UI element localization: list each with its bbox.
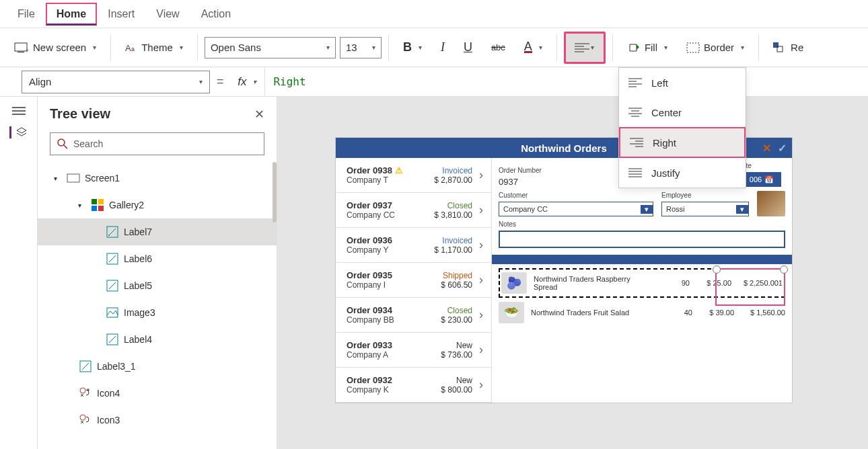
svg-text:+: + (26, 47, 29, 53)
property-select[interactable]: Align ▾ (22, 71, 210, 93)
tree-item-icon3[interactable]: Icon3 (38, 407, 277, 434)
fill-label: Fill (645, 42, 657, 53)
tree-item-label: Label4 (124, 334, 152, 345)
line-item[interactable]: 🥗 Northwind Traders Fruit Salad 40 $ 39.… (499, 298, 785, 327)
reorder-icon (773, 42, 787, 53)
search-placeholder: Search (73, 138, 103, 149)
menu-insert[interactable]: Insert (97, 3, 145, 26)
strikethrough-button[interactable]: abc (484, 38, 513, 57)
menu-bar: File Home Insert View Action (0, 0, 868, 28)
chevron-down-icon: ▾ (591, 44, 594, 51)
underline-button[interactable]: U (456, 36, 480, 59)
order-row[interactable]: Order 0933 Company A New$ 736.00 › (336, 333, 491, 368)
text-align-button[interactable]: ▾ (564, 32, 606, 64)
date-label: ate (742, 162, 785, 169)
reorder-button[interactable]: Re (766, 37, 811, 58)
tree-view-tab[interactable] (9, 126, 28, 138)
border-button[interactable]: Border ▾ (679, 37, 752, 58)
tree-search-input[interactable]: Search (50, 132, 264, 155)
unit-price: $ 39.00 (699, 309, 734, 317)
product-thumb: 🫐 (501, 272, 527, 294)
fx-button[interactable]: fx▾ (231, 75, 261, 89)
theme-label: Theme (141, 42, 173, 53)
date-input[interactable]: 006📅 (742, 172, 781, 187)
svg-text:A: A (125, 43, 131, 53)
align-option-right[interactable]: Right (619, 127, 746, 158)
tree-item-label: Screen1 (85, 173, 120, 183)
order-row[interactable]: Order 0932 Company K New$ 800.00 › (336, 368, 491, 403)
customer-select[interactable]: Company CC▾ (499, 202, 653, 216)
menu-home[interactable]: Home (46, 3, 97, 26)
svg-rect-21 (98, 206, 104, 211)
tree-item-screen1[interactable]: ▾ Screen1 (38, 165, 277, 192)
tree-item-label6[interactable]: Label6 (38, 245, 277, 272)
align-option-left[interactable]: Left (619, 68, 746, 97)
svg-line-16 (64, 145, 67, 149)
chevron-down-icon: ▾ (253, 78, 256, 85)
titlebar-cancel-icon[interactable]: ✕ (762, 142, 771, 155)
hamburger-icon[interactable] (12, 106, 26, 116)
theme-button[interactable]: Aa Theme ▾ (118, 37, 190, 58)
search-icon (57, 138, 68, 149)
order-row[interactable]: Order 0936 Company Y Invoiced$ 1,170.00 … (336, 228, 491, 263)
font-color-button[interactable]: A▾ (517, 37, 550, 58)
employee-select[interactable]: Rossi▾ (661, 202, 749, 216)
italic-button[interactable]: I (433, 36, 452, 59)
line-total: $ 2,250.001 (738, 279, 783, 287)
svg-line-31 (109, 336, 116, 343)
align-center-icon (628, 108, 642, 117)
tree-list: ▾ Screen1 ▾ Gallery2 Label7 Label6 Label… (38, 162, 277, 434)
gallery-icon (90, 198, 105, 212)
tree-item-label5[interactable]: Label5 (38, 272, 277, 299)
align-option-justify[interactable]: Justify (619, 158, 746, 188)
label-icon (78, 359, 93, 374)
bold-button[interactable]: B▾ (396, 36, 429, 59)
employee-avatar (757, 191, 785, 216)
tree-item-label3-1[interactable]: Label3_1 (38, 353, 277, 380)
screen-icon (66, 171, 81, 186)
tree-item-icon4[interactable]: Icon4 (38, 380, 277, 407)
label-icon (105, 251, 120, 266)
line-item[interactable]: 🫐 Northwind Traders Raspberry Spread 90 … (499, 268, 785, 298)
menu-file[interactable]: File (7, 3, 46, 26)
notes-input[interactable] (499, 231, 785, 248)
order-row[interactable]: Order 0938 ⚠Company T Invoiced$ 2,870.00… (336, 158, 491, 193)
new-screen-button[interactable]: + New screen ▾ (7, 37, 104, 58)
line-items: 🫐 Northwind Traders Raspberry Spread 90 … (499, 268, 785, 327)
svg-rect-29 (107, 308, 118, 317)
chevron-down-icon: ▾ (741, 44, 744, 51)
caret-icon: ▾ (54, 175, 62, 182)
border-label: Border (704, 42, 734, 53)
menu-action[interactable]: Action (190, 3, 242, 26)
tree-item-gallery2[interactable]: ▾ Gallery2 (38, 192, 277, 218)
chevron-right-icon: › (479, 203, 483, 217)
formula-input[interactable]: Right (264, 67, 305, 96)
chevron-right-icon: › (479, 168, 483, 182)
order-row[interactable]: Order 0937 Company CC Closed$ 3,810.00 › (336, 193, 491, 228)
scrollbar-thumb[interactable] (273, 162, 277, 222)
font-size-select[interactable]: 13 ▾ (340, 37, 382, 58)
tree-item-label: Label7 (124, 227, 152, 237)
chevron-down-icon: ▾ (199, 78, 203, 85)
font-size-value: 13 (346, 42, 357, 53)
tree-item-image3[interactable]: Image3 (38, 299, 277, 326)
label-icon (105, 225, 120, 239)
order-row[interactable]: Order 0934 Company BB Closed$ 230.00 › (336, 298, 491, 333)
align-option-center[interactable]: Center (619, 97, 746, 127)
label-icon (105, 332, 120, 347)
border-icon (686, 42, 700, 53)
titlebar-confirm-icon[interactable]: ✓ (778, 142, 787, 155)
tree-item-label4[interactable]: Label4 (38, 326, 277, 353)
menu-view[interactable]: View (145, 3, 190, 26)
order-list: Order 0938 ⚠Company T Invoiced$ 2,870.00… (336, 158, 492, 403)
tree-item-label7[interactable]: Label7 (38, 218, 277, 245)
fill-button[interactable]: Fill ▾ (620, 37, 675, 58)
order-row[interactable]: Order 0935 Company I Shipped$ 606.50 › (336, 263, 491, 298)
svg-rect-1 (17, 52, 24, 52)
close-icon[interactable]: ✕ (254, 107, 264, 122)
layers-icon (15, 126, 28, 138)
icon-icon (78, 386, 93, 401)
align-option-label: Right (653, 137, 676, 149)
svg-point-34 (80, 388, 85, 393)
font-name-select[interactable]: Open Sans ▾ (205, 37, 336, 58)
